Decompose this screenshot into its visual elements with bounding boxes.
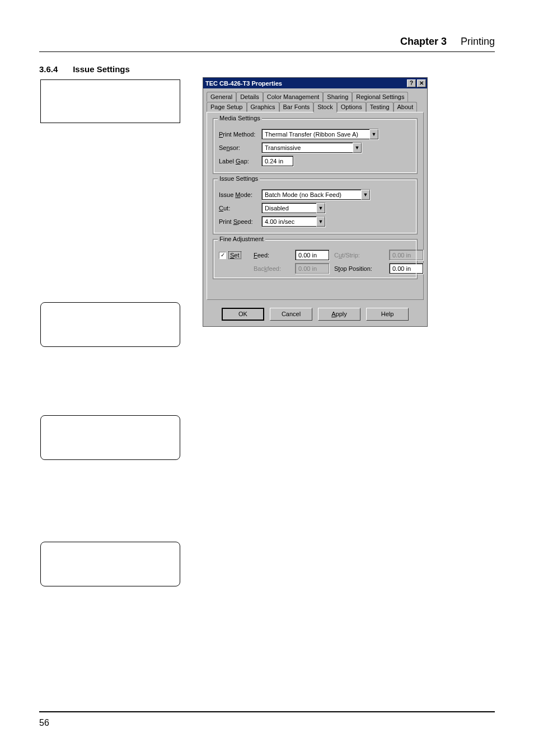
- cut-value: Disabled: [262, 203, 316, 213]
- print-method-select[interactable]: Thermal Transfer (Ribbon Save A) ▼: [261, 129, 379, 140]
- chapter-label: Chapter 3: [400, 36, 447, 47]
- issue-settings-group: Issue Settings Issue Mode: Batch Mode (n…: [213, 179, 418, 234]
- fine-adjustment-legend: Fine Adjustment: [218, 236, 265, 242]
- fine-adjustment-group: Fine Adjustment ✓ Set Feed: 0.00 in Cut/…: [213, 239, 418, 279]
- section-number: 3.6.4: [39, 64, 71, 74]
- tab-about[interactable]: About: [394, 102, 418, 112]
- tab-general[interactable]: General: [207, 92, 236, 102]
- tab-sharing[interactable]: Sharing: [323, 92, 352, 102]
- print-method-label: Print Method:: [219, 131, 261, 138]
- dialog-titlebar[interactable]: TEC CB-426-T3 Properties ? ✕: [203, 78, 427, 88]
- tab-bar-fonts[interactable]: Bar Fonts: [279, 102, 314, 112]
- close-button[interactable]: ✕: [417, 79, 426, 87]
- cancel-button[interactable]: Cancel: [270, 308, 312, 321]
- feed-label: Feed:: [254, 252, 291, 259]
- cut-label: Cut:: [219, 205, 261, 212]
- label-gap-label: Label Gap:: [219, 158, 261, 165]
- label-gap-input[interactable]: 0.24 in: [261, 156, 294, 167]
- media-settings-legend: Media Settings: [218, 115, 262, 121]
- sensor-value: Transmissive: [262, 143, 353, 153]
- media-settings-group: Media Settings Print Method: Thermal Tra…: [213, 118, 418, 174]
- callout-box-1: [40, 79, 180, 123]
- tab-stock[interactable]: Stock: [313, 102, 337, 112]
- chapter-title: Printing: [461, 36, 495, 47]
- section-title: Issue Settings: [73, 64, 130, 74]
- tabs-row-2: Page Setup Graphics Bar Fonts Stock Opti…: [203, 102, 427, 112]
- document-page: Chapter 3 Printing 3.6.4 Issue Settings …: [0, 0, 534, 756]
- page-number: 56: [39, 718, 49, 728]
- cut-strip-input: 0.00 in: [389, 250, 424, 261]
- dropdown-arrow-icon: ▼: [361, 190, 370, 200]
- sensor-label: Sensor:: [219, 144, 261, 151]
- tab-panel-stock: Media Settings Print Method: Thermal Tra…: [207, 112, 424, 300]
- help-button[interactable]: ?: [407, 79, 416, 87]
- tab-color-management[interactable]: Color Management: [263, 92, 324, 102]
- issue-mode-select[interactable]: Batch Mode (no Back Feed) ▼: [261, 189, 371, 200]
- header-rule: [39, 51, 495, 52]
- feed-input[interactable]: 0.00 in: [295, 250, 330, 261]
- set-checkbox[interactable]: ✓ Set: [219, 251, 249, 259]
- apply-button[interactable]: Apply: [318, 308, 360, 321]
- dropdown-arrow-icon: ▼: [353, 143, 362, 153]
- tab-regional-settings[interactable]: Regional Settings: [352, 92, 408, 102]
- tab-testing[interactable]: Testing: [366, 102, 394, 112]
- section-heading: 3.6.4 Issue Settings: [39, 64, 130, 74]
- checkbox-box: ✓: [219, 252, 226, 259]
- callout-box-3: [40, 415, 180, 460]
- print-speed-label: Print Speed:: [219, 218, 261, 225]
- issue-settings-legend: Issue Settings: [218, 175, 260, 182]
- dropdown-arrow-icon: ▼: [316, 203, 325, 213]
- issue-mode-label: Issue Mode:: [219, 191, 261, 198]
- dropdown-arrow-icon: ▼: [369, 129, 378, 139]
- backfeed-input: 0.00 in: [295, 263, 330, 274]
- callout-box-4: [40, 542, 180, 586]
- dropdown-arrow-icon: ▼: [316, 217, 325, 227]
- callout-box-2: [40, 302, 180, 347]
- properties-dialog: TEC CB-426-T3 Properties ? ✕ General Det…: [203, 77, 428, 327]
- footer-rule: [39, 711, 495, 712]
- tab-details[interactable]: Details: [236, 92, 263, 102]
- dialog-title: TEC CB-426-T3 Properties: [205, 80, 282, 87]
- cut-select[interactable]: Disabled ▼: [261, 203, 326, 214]
- backfeed-label: Backfeed:: [254, 265, 291, 272]
- stop-position-input[interactable]: 0.00 in: [389, 263, 424, 274]
- sensor-select[interactable]: Transmissive ▼: [261, 142, 362, 153]
- tabs-row-1: General Details Color Management Sharing…: [203, 88, 427, 102]
- tab-graphics[interactable]: Graphics: [247, 102, 279, 112]
- ok-button[interactable]: OK: [222, 308, 264, 321]
- running-header: Chapter 3 Printing: [400, 36, 495, 48]
- cut-strip-label: Cut/Strip:: [334, 252, 385, 259]
- print-speed-select[interactable]: 4.00 in/sec ▼: [261, 216, 326, 227]
- tab-page-setup[interactable]: Page Setup: [207, 102, 247, 112]
- dialog-button-row: OK Cancel Apply Help: [203, 303, 427, 326]
- print-speed-value: 4.00 in/sec: [262, 217, 316, 227]
- stop-position-label: Stop Position:: [334, 265, 385, 272]
- print-method-value: Thermal Transfer (Ribbon Save A): [262, 129, 369, 139]
- set-label: Set: [228, 251, 241, 259]
- issue-mode-value: Batch Mode (no Back Feed): [262, 190, 361, 200]
- help-button-bottom[interactable]: Help: [366, 308, 409, 321]
- tab-options[interactable]: Options: [337, 102, 366, 112]
